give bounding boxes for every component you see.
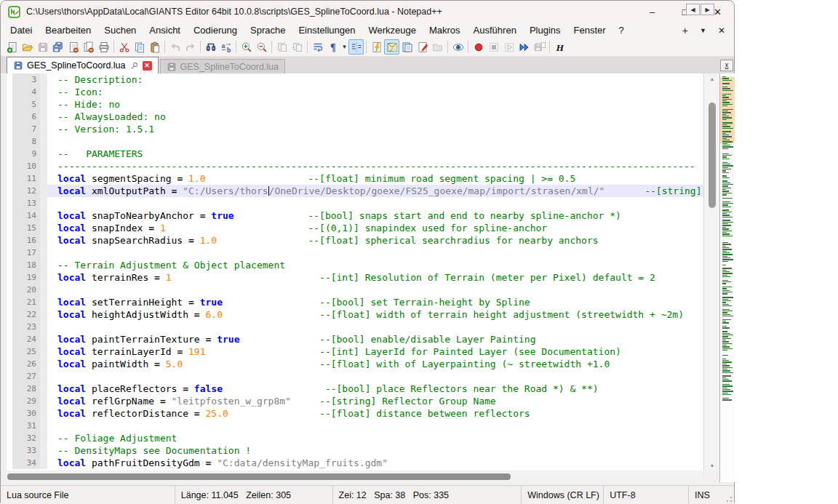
menu-sprache[interactable]: Sprache xyxy=(244,25,292,36)
view-eye-icon[interactable] xyxy=(450,39,466,55)
new-file-icon[interactable] xyxy=(4,39,20,55)
redo-icon[interactable] xyxy=(183,39,198,55)
menu-ansicht[interactable]: Ansicht xyxy=(143,25,187,36)
fold-margin[interactable] xyxy=(40,296,47,308)
code-line-20[interactable]: 20 xyxy=(7,284,703,296)
menu-plugins[interactable]: Plugins xyxy=(523,25,567,36)
folder-workspace-icon[interactable] xyxy=(430,39,445,55)
code-line-14[interactable]: 14local snapToNearbyAnchor = true --[boo… xyxy=(7,209,703,222)
bookmark-margin[interactable] xyxy=(7,197,12,209)
code-line-25[interactable]: 25local terrainLayerId = 191 --[int] Lay… xyxy=(7,345,703,358)
hex-editor-icon[interactable]: H xyxy=(552,39,567,55)
word-wrap-icon[interactable] xyxy=(310,39,325,55)
bookmark-margin[interactable] xyxy=(7,234,12,247)
bookmark-margin[interactable] xyxy=(7,370,12,383)
cut-icon[interactable] xyxy=(116,39,132,55)
sync-horizontal-icon[interactable] xyxy=(290,39,305,55)
macro-play-icon[interactable] xyxy=(501,39,516,55)
bookmark-margin[interactable] xyxy=(7,135,12,148)
bookmark-margin[interactable] xyxy=(7,308,12,321)
code-line-18[interactable]: 18-- Terrain Adjustment & Object placeme… xyxy=(7,259,703,271)
resize-grip[interactable] xyxy=(724,486,734,504)
code-line-13[interactable]: 13 xyxy=(7,197,703,209)
code-line-7[interactable]: 7-- Version: 1.5.1 xyxy=(7,123,703,135)
menu-?[interactable]: ? xyxy=(612,25,631,36)
menu-codierung[interactable]: Codierung xyxy=(187,25,244,36)
tab-list-dropdown-icon[interactable]: ▼ xyxy=(700,27,706,34)
horizontal-scrollbar-thumb[interactable] xyxy=(7,473,511,480)
bookmark-margin[interactable] xyxy=(7,209,12,222)
vertical-scrollbar-thumb[interactable] xyxy=(709,103,716,208)
bookmark-margin[interactable] xyxy=(7,185,12,197)
fold-margin[interactable] xyxy=(40,185,47,197)
minimize-button[interactable]: – xyxy=(636,1,669,23)
code-line-27[interactable]: 27 xyxy=(7,370,703,383)
fold-margin[interactable] xyxy=(40,222,47,234)
save-all-icon[interactable] xyxy=(50,39,65,55)
code-line-10[interactable]: 10--------------------------------------… xyxy=(7,160,703,172)
fold-margin[interactable] xyxy=(40,148,47,160)
find-icon[interactable] xyxy=(203,39,218,55)
fold-margin[interactable] xyxy=(40,407,47,420)
fold-margin[interactable] xyxy=(40,370,47,383)
code-line-5[interactable]: 5-- Hide: no xyxy=(7,98,703,111)
menu-bearbeiten[interactable]: Bearbeiten xyxy=(39,25,97,36)
fold-margin[interactable] xyxy=(40,172,47,185)
fold-margin[interactable] xyxy=(40,234,47,247)
code-line-12[interactable]: 12local xmlOutputPath = "C:/Users/thors/… xyxy=(7,185,703,197)
zoom-in-icon[interactable] xyxy=(239,39,254,55)
fold-margin[interactable] xyxy=(40,284,47,296)
tab-1-active[interactable]: GES_SplineToCoord.lua✕ xyxy=(7,57,159,73)
fold-margin[interactable] xyxy=(40,197,47,209)
show-all-characters-icon-dropdown[interactable]: ▼ xyxy=(340,39,348,55)
fold-margin[interactable] xyxy=(40,321,47,333)
code-line-32[interactable]: 32-- Foliage Adjustment xyxy=(7,432,703,444)
code-line-16[interactable]: 16local snapSearchRadius = 1.0 --[float]… xyxy=(7,234,703,247)
bookmark-margin[interactable] xyxy=(7,333,12,345)
pin-icon[interactable] xyxy=(129,61,139,71)
menu-makros[interactable]: Makros xyxy=(423,25,467,36)
title-bar[interactable]: C:\Users\thors\AppData\Local\GIANTS Edit… xyxy=(1,1,734,23)
fold-margin[interactable] xyxy=(40,444,47,457)
fold-margin[interactable] xyxy=(40,123,47,135)
new-tab-button[interactable]: + xyxy=(682,25,688,36)
macro-stop-icon[interactable] xyxy=(486,39,501,55)
menu-werkzeuge[interactable]: Werkzeuge xyxy=(362,25,423,36)
code-line-4[interactable]: 4-- Icon: xyxy=(7,86,703,98)
fold-margin[interactable] xyxy=(40,86,47,98)
bookmark-margin[interactable] xyxy=(7,222,12,234)
code-line-23[interactable]: 23 xyxy=(7,321,703,333)
fold-margin[interactable] xyxy=(40,160,47,172)
copy-icon[interactable] xyxy=(132,39,147,55)
fold-margin[interactable] xyxy=(40,395,47,407)
file-monitor-icon[interactable] xyxy=(415,39,430,55)
code-line-8[interactable]: 8 xyxy=(7,135,703,148)
fold-margin[interactable] xyxy=(40,111,47,123)
bookmark-margin[interactable] xyxy=(7,321,12,333)
close-tab-button[interactable]: ✕ xyxy=(718,25,725,36)
code-line-29[interactable]: 29local reflGrpName = "leitpfosten_w_grp… xyxy=(7,395,703,407)
code-editor[interactable]: 3-- Description:4-- Icon:5-- Hide: no6--… xyxy=(7,73,703,471)
tab-2[interactable]: GES_SplineToCoord.lua xyxy=(160,59,286,73)
code-line-17[interactable]: 17 xyxy=(7,247,703,259)
bookmark-margin[interactable] xyxy=(7,432,12,444)
fold-margin[interactable] xyxy=(40,383,47,395)
fold-margin[interactable] xyxy=(40,135,47,148)
zoom-out-icon[interactable] xyxy=(254,39,269,55)
menu-datei[interactable]: Datei xyxy=(4,25,39,36)
open-file-icon[interactable] xyxy=(20,39,35,55)
bookmark-margin[interactable] xyxy=(7,123,12,135)
bookmark-margin[interactable] xyxy=(7,345,12,358)
show-all-characters-icon[interactable]: ¶ xyxy=(325,39,340,55)
horizontal-scrollbar[interactable] xyxy=(7,471,703,482)
tab-scroll-left-button[interactable]: ◀ xyxy=(686,4,700,15)
fold-margin[interactable] xyxy=(40,247,47,259)
undo-icon[interactable] xyxy=(167,39,183,55)
bookmark-margin[interactable] xyxy=(7,296,12,308)
bookmark-margin[interactable] xyxy=(7,395,12,407)
indent-guide-icon[interactable] xyxy=(348,39,364,55)
code-line-26[interactable]: 26local paintWidth = 5.0 --[float] with … xyxy=(7,358,703,370)
fold-margin[interactable] xyxy=(40,420,47,432)
code-line-28[interactable]: 28local placeReflectors = false --[bool]… xyxy=(7,383,703,395)
fold-margin[interactable] xyxy=(40,358,47,370)
